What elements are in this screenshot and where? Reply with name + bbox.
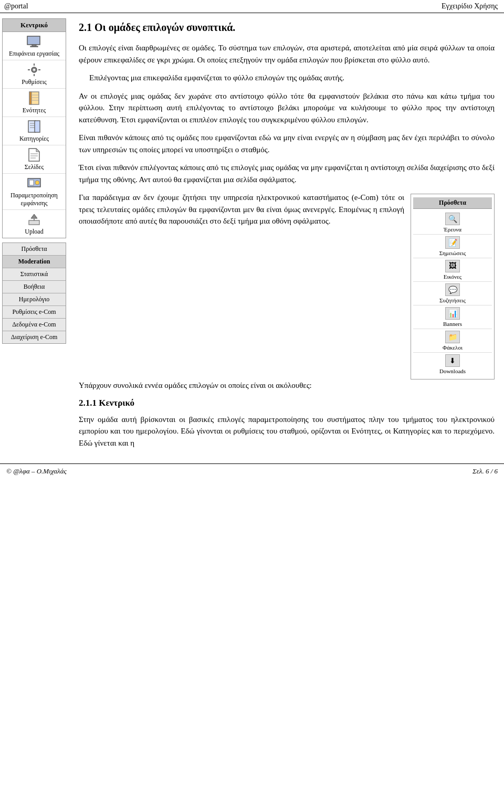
float-panel-item-sizitiseis[interactable]: 💬 Συζητήσεις — [413, 282, 492, 305]
float-panel-item-simeiosis[interactable]: 📝 Σημειώσεις — [413, 235, 492, 258]
sidebar-btn-imerologio[interactable]: Ημερολόγιο — [3, 293, 66, 306]
para-2: Επιλέγοντας μια επικεφαλίδα εμφανίζεται … — [89, 72, 495, 84]
images-icon: 🖼 — [445, 260, 460, 272]
notes-icon: 📝 — [445, 236, 460, 249]
param-label: Παραμετροποίηση εμφάνισης — [4, 192, 65, 207]
svg-rect-2 — [30, 46, 38, 47]
subsection-text: Στην ομάδα αυτή βρίσκονται οι βασικές επ… — [79, 414, 495, 449]
svg-point-26 — [35, 181, 39, 185]
svg-rect-5 — [34, 64, 35, 66]
float-panel: Πρόσθετα 🔍 Έρευνα 📝 Σημειώσεις 🖼 Εικόνες… — [411, 194, 495, 379]
upload-label: Upload — [25, 228, 43, 236]
svg-rect-18 — [35, 121, 40, 132]
rythmiseis-label: Ρυθμίσεις — [22, 78, 47, 86]
svg-rect-0 — [27, 36, 40, 45]
sidebar: Κεντρικό Επιφάνεια εργασίας — [0, 13, 68, 463]
banners-label: Banners — [443, 321, 462, 327]
svg-rect-10 — [29, 92, 32, 104]
float-panel-item-banners[interactable]: 📊 Banners — [413, 305, 492, 329]
enotites-label: Ενότητες — [23, 107, 46, 114]
content-area: 2.1 Οι ομάδες επιλογών συνοπτικά. Οι επι… — [68, 13, 504, 463]
float-panel-item-fakeloi[interactable]: 📁 Φάκελοι — [413, 329, 492, 353]
sidebar-top: Κεντρικό Επιφάνεια εργασίας — [2, 18, 66, 238]
sidebar-kentrico-label: Κεντρικό — [20, 21, 48, 29]
selides-label: Σελίδες — [25, 163, 44, 171]
sizitiseis-label: Συζητήσεις — [439, 297, 466, 303]
svg-rect-7 — [28, 69, 30, 70]
sidebar-item-upload[interactable]: Upload — [3, 210, 66, 238]
sidebar-item-kategories[interactable]: Κατηγορίες — [3, 117, 66, 145]
fakeloi-label: Φάκελοι — [443, 344, 463, 351]
ereuna-label: Έρευνα — [444, 226, 461, 233]
book-icon — [26, 91, 43, 106]
folder-icon: 📁 — [445, 331, 460, 343]
sidebar-btn-dedomena-ecom[interactable]: Δεδομένα e-Com — [3, 319, 66, 331]
float-panel-item-eikones[interactable]: 🖼 Εικόνες — [413, 258, 492, 282]
svg-marker-20 — [36, 149, 39, 152]
sidebar-btn-rythmiseis-ecom[interactable]: Ρυθμίσεις e-Com — [3, 306, 66, 319]
svg-rect-25 — [29, 180, 34, 185]
para-7: Υπάρχουν συνολικά εννέα ομάδες επιλογών … — [79, 379, 495, 392]
discuss-icon: 💬 — [445, 283, 460, 296]
svg-rect-6 — [34, 74, 35, 76]
footer-right: Σελ. 6 / 6 — [472, 467, 498, 476]
header-left: @portal — [4, 2, 28, 10]
footer-left: © @λφα – Ο.Μιχαλάς — [6, 467, 67, 476]
page-footer: © @λφα – Ο.Μιχαλάς Σελ. 6 / 6 — [0, 463, 504, 479]
monitor-icon — [26, 34, 43, 49]
para-4: Είναι πιθανόν κάποιες από τις ομάδες που… — [79, 132, 495, 155]
tag-icon — [26, 119, 43, 134]
float-panel-item-downloads[interactable]: ⬇ Downloads — [413, 353, 492, 376]
page-icon — [26, 147, 43, 162]
sidebar-item-selides[interactable]: Σελίδες — [3, 145, 66, 174]
param-icon — [26, 176, 43, 191]
sidebar-item-epifaneia[interactable]: Επιφάνεια εργασίας — [3, 32, 66, 60]
svg-rect-29 — [34, 218, 35, 221]
sidebar-item-rythmiseis[interactable]: Ρυθμίσεις — [3, 60, 66, 89]
banners-icon: 📊 — [445, 307, 460, 320]
para-5: Έτσι είναι πιθανόν επιλέγοντας κάποιες α… — [79, 162, 495, 185]
float-panel-header: Πρόσθετα — [413, 197, 492, 209]
downloads-label: Downloads — [439, 368, 466, 374]
search-icon: 🔍 — [445, 213, 460, 225]
para-3: Αν οι επιλογές μιας ομάδας δεν χωράνε στ… — [79, 90, 495, 126]
subsection-title: 2.1.1 Κεντρικό — [79, 398, 495, 408]
eikones-label: Εικόνες — [444, 273, 461, 280]
epifaneia-label: Επιφάνεια εργασίας — [9, 50, 59, 58]
svg-rect-27 — [29, 220, 39, 225]
downloads-icon: ⬇ — [445, 354, 460, 367]
svg-marker-28 — [31, 214, 37, 218]
header-right: Εγχειρίδιο Χρήσης — [442, 2, 498, 10]
kategories-label: Κατηγορίες — [19, 135, 49, 143]
svg-rect-8 — [38, 69, 40, 70]
sidebar-btn-statistika[interactable]: Στατιστικά — [3, 268, 66, 281]
sidebar-bottom: Πρόσθετα Moderation Στατιστικά Βοήθεια Η… — [2, 242, 66, 344]
sidebar-btn-moderation[interactable]: Moderation — [3, 256, 66, 268]
simeiosis-label: Σημειώσεις — [439, 250, 466, 256]
sidebar-item-enotites[interactable]: Ενότητες — [3, 89, 66, 117]
svg-point-4 — [33, 69, 35, 71]
upload-icon — [26, 212, 43, 227]
float-panel-item-ereuna[interactable]: 🔍 Έρευνα — [413, 211, 492, 235]
gear-icon — [26, 62, 43, 77]
para-6-block: Πρόσθετα 🔍 Έρευνα 📝 Σημειώσεις 🖼 Εικόνες… — [79, 192, 495, 379]
main-layout: Κεντρικό Επιφάνεια εργασίας — [0, 13, 504, 463]
sidebar-item-parametropoiisi[interactable]: Παραμετροποίηση εμφάνισης — [3, 174, 66, 210]
para-1: Οι επιλογές είναι διαρθρωμένες σε ομάδες… — [79, 42, 495, 66]
sidebar-item-kentrico[interactable]: Κεντρικό — [3, 19, 66, 32]
sidebar-btn-prostheta[interactable]: Πρόσθετα — [3, 243, 66, 256]
page-header: @portal Εγχειρίδιο Χρήσης — [0, 0, 504, 13]
section-title: 2.1 Οι ομάδες επιλογών συνοπτικά. — [79, 22, 495, 34]
sidebar-btn-diaxeirisi-ecom[interactable]: Διαχείριση e-Com — [3, 331, 66, 343]
sidebar-btn-voitheia[interactable]: Βοήθεια — [3, 281, 66, 293]
